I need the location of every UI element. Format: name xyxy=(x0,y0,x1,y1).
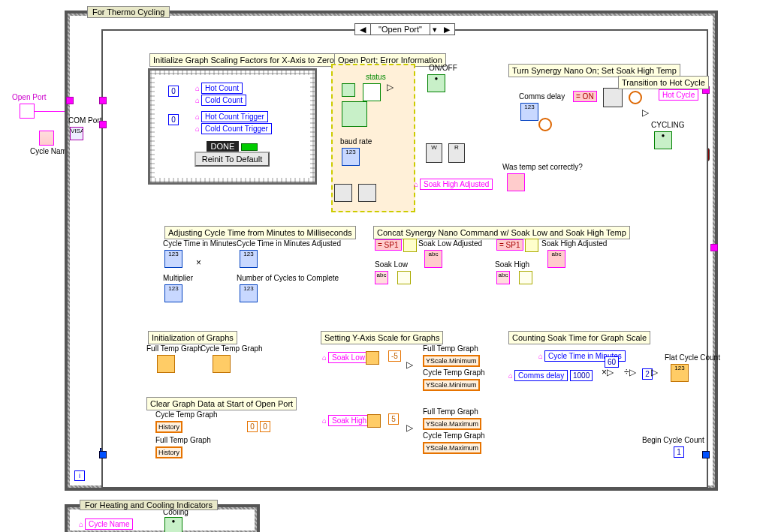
local-soak-low[interactable]: Soak Low xyxy=(328,352,369,363)
sp1-const-b: = SP1 xyxy=(496,239,523,251)
select-icon: ▷ xyxy=(642,107,649,118)
concat-title: Concat Synergy Nano Command w/ Soak Low … xyxy=(373,226,630,239)
cycle-graph-label-3: Cycle Temp Graph xyxy=(423,431,485,440)
sp1-const-a: = SP1 xyxy=(375,239,402,251)
count-soak-title: Counting Soak Time for Graph Scale xyxy=(508,331,650,344)
baud-constant-icon[interactable]: 123 xyxy=(342,148,360,166)
house-icon: ⌂ xyxy=(194,84,201,92)
house-icon: ⌂ xyxy=(194,96,201,104)
hot-cycle-const: Hot Cycle xyxy=(659,89,698,101)
const-zero-a: 0 xyxy=(168,86,179,97)
baud-label: baud rate xyxy=(340,137,372,146)
cycle-min-label: Cycle Time in Minutes xyxy=(163,239,237,248)
add-icon-b: ▷ xyxy=(406,422,413,433)
init-graphs-title: Initialization of Graphs xyxy=(148,331,237,344)
full-graph-icon[interactable] xyxy=(157,355,175,373)
prop-yscale-min-a[interactable]: YScale.Minimum xyxy=(423,355,480,367)
loop-iteration-icon: i xyxy=(74,470,85,481)
prop-yscale-max-a[interactable]: YScale.Maximum xyxy=(423,418,481,430)
was-set-label: Was temp set correctly? xyxy=(502,163,583,171)
visa-w-icon[interactable]: W xyxy=(426,143,442,163)
case-tunnel-b xyxy=(99,121,107,128)
format-node-a xyxy=(397,271,411,284)
reinit-button[interactable]: Reinit To Default xyxy=(195,152,270,167)
num-cycles-node[interactable]: 123 xyxy=(240,284,258,302)
multiplier-node[interactable]: 123 xyxy=(164,284,182,302)
pos5-const: 5 xyxy=(388,413,399,425)
loop-title: For Thermo Cycling xyxy=(87,6,170,18)
visa-write-subvi-icon[interactable] xyxy=(603,88,623,107)
cycle-name-local[interactable]: Cycle Name xyxy=(85,518,133,530)
cycle-graph-label-2: Cycle Temp Graph xyxy=(423,368,485,377)
comms-delay-label: Comms delay xyxy=(519,92,565,101)
visa-r-icon[interactable]: R xyxy=(448,143,465,163)
multiply-icon: × xyxy=(196,257,201,268)
onoff-label: ON/OFF xyxy=(429,64,457,72)
local-soak-high-adj[interactable]: Soak High Adjusted xyxy=(420,179,493,190)
wait-icon-b xyxy=(538,118,552,131)
local-comms[interactable]: Comms delay xyxy=(514,370,568,381)
multiplier-label: Multiplier xyxy=(163,274,193,282)
full-graph-label-3: Full Temp Graph xyxy=(423,407,478,416)
adjust-title: Adjusting Cycle Time from Minutes to Mil… xyxy=(164,226,356,239)
visa-write-icon[interactable] xyxy=(334,184,352,202)
onoff-led-icon[interactable]: ● xyxy=(427,74,445,92)
clear-title: Clear Graph Data at Start of Open Port xyxy=(146,397,297,410)
house-icon: ⌂ xyxy=(77,520,85,528)
yscale-title: Setting Y-Axis Scale for Graphs xyxy=(321,331,443,344)
error-cluster-icon[interactable] xyxy=(342,83,355,97)
flat-count-node[interactable]: 123 xyxy=(671,364,689,382)
prop-yscale-min-b[interactable]: YScale.Minimum xyxy=(423,379,480,391)
full-graph-label: Full Temp Graph xyxy=(146,344,202,353)
low-adj-node[interactable]: abc xyxy=(424,250,442,268)
cycling-label: CYCLING xyxy=(651,121,684,129)
cycling-led-icon[interactable]: ● xyxy=(654,131,672,149)
history-prop-b[interactable]: History xyxy=(155,446,182,458)
local-hot-count[interactable]: Hot Count xyxy=(201,83,243,94)
local-cold-count[interactable]: Cold Count xyxy=(201,95,246,106)
div-icon-a: ÷▷ xyxy=(624,367,636,377)
open-port-terminal[interactable] xyxy=(20,104,35,119)
case-next-icon[interactable]: ▶ xyxy=(439,25,454,35)
cycle-min-out-node[interactable]: 123 xyxy=(240,250,258,268)
concat-node-b xyxy=(525,239,538,252)
case-dropdown-icon[interactable]: ▾ xyxy=(430,25,439,35)
soak-low-label: Soak Low xyxy=(375,260,408,269)
status-label: status xyxy=(366,73,386,81)
transition-title: Transition to Hot Cycle xyxy=(618,76,709,89)
high-adj-node[interactable]: abc xyxy=(547,250,565,268)
case-prev-icon[interactable]: ◀ xyxy=(355,25,370,35)
cooling-led-icon[interactable]: ● xyxy=(164,517,182,532)
case-tunnel-a xyxy=(99,97,107,104)
cycle-graph-icon[interactable] xyxy=(213,355,231,373)
clear-full-label: Full Temp Graph xyxy=(155,436,211,444)
cycle-name-terminal[interactable] xyxy=(39,131,54,146)
tunnel-open-port xyxy=(66,97,74,104)
local-cold-trigger[interactable]: Cold Count Trigger xyxy=(201,123,272,134)
history-prop-a[interactable]: History xyxy=(155,421,182,433)
local-hot-trigger[interactable]: Hot Count Trigger xyxy=(201,111,268,122)
prop-yscale-max-b[interactable]: YScale.Maximum xyxy=(423,442,481,454)
comms-delay-node[interactable]: 123 xyxy=(520,103,538,121)
was-set-indicator[interactable] xyxy=(507,173,525,191)
tunnel-right-pink xyxy=(710,244,718,251)
full-graph-label-2: Full Temp Graph xyxy=(423,344,478,353)
not-icon: ▷ xyxy=(387,82,394,92)
soak-high-node[interactable]: abc xyxy=(496,271,510,284)
house-icon: ⌂ xyxy=(194,113,201,121)
soak-low-node[interactable]: abc xyxy=(375,271,388,284)
done-label: DONE xyxy=(207,141,240,152)
visa-config-icon[interactable] xyxy=(342,101,367,127)
flat-sequence-frame: 0 ⌂Hot Count ⌂Cold Count 0 ⌂Hot Count Tr… xyxy=(148,68,317,185)
neg5-const: -5 xyxy=(388,350,401,362)
case-tunnel-right-blue xyxy=(702,451,710,458)
local-soak-high[interactable]: Soak High xyxy=(328,415,370,426)
house-icon: ⌂ xyxy=(194,125,201,133)
mult-icon-b: ▷ xyxy=(651,367,658,377)
visa-read-icon[interactable] xyxy=(358,184,376,202)
cycle-min-out-label: Cycle Time in Minutes Adjusted xyxy=(237,239,341,248)
case-selector[interactable]: ◀ "Open Port" ▾ ▶ xyxy=(354,23,455,35)
visa-resource-icon[interactable]: VISA xyxy=(70,127,83,140)
cycle-min-node[interactable]: 123 xyxy=(164,250,182,268)
unbundle-icon xyxy=(363,83,381,101)
